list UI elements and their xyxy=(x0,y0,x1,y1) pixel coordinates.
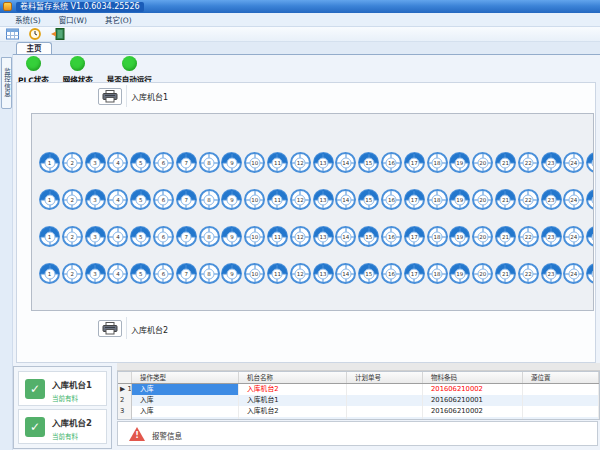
table-cell[interactable] xyxy=(132,417,239,420)
menu-system[interactable]: 系统(S) xyxy=(6,14,50,25)
slot-r2-25[interactable]: 25 xyxy=(586,189,594,210)
slot-r1-8[interactable]: 8 xyxy=(199,152,220,173)
table-cell[interactable]: 入库 xyxy=(132,395,239,406)
slot-r2-15[interactable]: 15 xyxy=(358,189,379,210)
slot-r3-6[interactable]: 6 xyxy=(153,226,174,247)
slot-r2-4[interactable]: 4 xyxy=(107,189,128,210)
table-cell[interactable]: 入库机台2 xyxy=(239,384,347,395)
slot-r4-9[interactable]: 9 xyxy=(221,263,242,284)
slot-r2-8[interactable]: 8 xyxy=(199,189,220,210)
table-cell[interactable] xyxy=(523,384,599,395)
column-header-1[interactable]: 操作类型 xyxy=(132,372,239,383)
table-cell[interactable] xyxy=(347,417,423,420)
slot-r1-14[interactable]: 14 xyxy=(335,152,356,173)
slot-r4-1[interactable]: 1 xyxy=(39,263,60,284)
slot-r3-8[interactable]: 8 xyxy=(199,226,220,247)
slot-r3-23[interactable]: 23 xyxy=(541,226,562,247)
slot-r4-19[interactable]: 19 xyxy=(449,263,470,284)
slot-r4-25[interactable]: 25 xyxy=(586,263,594,284)
slot-r1-10[interactable]: 10 xyxy=(244,152,265,173)
table-cell[interactable] xyxy=(347,384,423,395)
slot-r3-7[interactable]: 7 xyxy=(176,226,197,247)
machine-card-2[interactable]: ✓入库机台2当前有料 xyxy=(18,409,107,444)
table-cell[interactable] xyxy=(347,406,423,417)
slot-r1-9[interactable]: 9 xyxy=(221,152,242,173)
menu-window[interactable]: 窗口(W) xyxy=(50,14,96,25)
column-header-5[interactable]: 源位置 xyxy=(523,372,599,383)
slot-r4-6[interactable]: 6 xyxy=(153,263,174,284)
slot-r1-15[interactable]: 15 xyxy=(358,152,379,173)
slot-r3-4[interactable]: 4 xyxy=(107,226,128,247)
slot-r2-6[interactable]: 6 xyxy=(153,189,174,210)
slot-r2-5[interactable]: 5 xyxy=(130,189,151,210)
slot-r1-19[interactable]: 19 xyxy=(449,152,470,173)
slot-r1-20[interactable]: 20 xyxy=(472,152,493,173)
table-cell[interactable] xyxy=(239,417,347,420)
slot-r3-17[interactable]: 17 xyxy=(404,226,425,247)
table-cell[interactable] xyxy=(347,395,423,406)
slot-r2-20[interactable]: 20 xyxy=(472,189,493,210)
table-cell[interactable]: 201606210002 xyxy=(423,384,523,395)
slot-r4-3[interactable]: 3 xyxy=(85,263,106,284)
slot-r2-12[interactable]: 12 xyxy=(290,189,311,210)
column-header-4[interactable]: 物料条码 xyxy=(423,372,523,383)
slot-r3-11[interactable]: 11 xyxy=(267,226,288,247)
menu-other[interactable]: 其它(O) xyxy=(96,14,141,25)
exit-icon[interactable] xyxy=(50,28,66,41)
clock-icon[interactable] xyxy=(27,28,43,41)
side-tab-monitor[interactable]: 监控信息 xyxy=(1,57,12,109)
slot-r4-22[interactable]: 22 xyxy=(518,263,539,284)
column-header-0[interactable] xyxy=(118,372,132,383)
slot-r2-9[interactable]: 9 xyxy=(221,189,242,210)
slot-r3-16[interactable]: 16 xyxy=(381,226,402,247)
table-cell[interactable] xyxy=(523,417,599,420)
slot-r4-14[interactable]: 14 xyxy=(335,263,356,284)
slot-r4-16[interactable]: 16 xyxy=(381,263,402,284)
slot-r3-25[interactable]: 25 xyxy=(586,226,594,247)
slot-r1-1[interactable]: 1 xyxy=(39,152,60,173)
table-cell[interactable]: 201606210002 xyxy=(423,406,523,417)
slot-r2-13[interactable]: 13 xyxy=(313,189,334,210)
slot-r2-1[interactable]: 1 xyxy=(39,189,60,210)
slot-r1-21[interactable]: 21 xyxy=(495,152,516,173)
table-cell[interactable] xyxy=(423,417,523,420)
slot-r2-22[interactable]: 22 xyxy=(518,189,539,210)
slot-r4-15[interactable]: 15 xyxy=(358,263,379,284)
table-cell[interactable]: 4 xyxy=(118,417,132,420)
calendar-icon[interactable] xyxy=(4,28,20,41)
slot-r4-13[interactable]: 13 xyxy=(313,263,334,284)
slot-r2-7[interactable]: 7 xyxy=(176,189,197,210)
slot-r3-12[interactable]: 12 xyxy=(290,226,311,247)
slot-r3-10[interactable]: 10 xyxy=(244,226,265,247)
slot-r1-24[interactable]: 24 xyxy=(563,152,584,173)
slot-r2-16[interactable]: 16 xyxy=(381,189,402,210)
slot-r4-11[interactable]: 11 xyxy=(267,263,288,284)
table-cell[interactable] xyxy=(523,406,599,417)
table-row-3[interactable]: 3入库入库机台2201606210002 xyxy=(118,406,599,417)
slot-r4-21[interactable]: 21 xyxy=(495,263,516,284)
slot-r2-24[interactable]: 24 xyxy=(563,189,584,210)
slot-r4-18[interactable]: 18 xyxy=(427,263,448,284)
slot-r1-3[interactable]: 3 xyxy=(85,152,106,173)
slot-r2-18[interactable]: 18 xyxy=(427,189,448,210)
table-row-4[interactable]: 4 xyxy=(118,417,599,420)
slot-r1-25[interactable]: 25 xyxy=(586,152,594,173)
table-cell[interactable]: 201606210001 xyxy=(423,395,523,406)
slot-r1-6[interactable]: 6 xyxy=(153,152,174,173)
slot-r4-8[interactable]: 8 xyxy=(199,263,220,284)
table-row-1[interactable]: ▶ 1入库入库机台2201606210002 xyxy=(118,384,599,395)
column-header-3[interactable]: 计划单号 xyxy=(347,372,423,383)
table-cell[interactable]: 入库机台1 xyxy=(239,395,347,406)
slot-r3-18[interactable]: 18 xyxy=(427,226,448,247)
table-cell[interactable]: 入库机台2 xyxy=(239,406,347,417)
slot-r2-23[interactable]: 23 xyxy=(541,189,562,210)
slot-r4-10[interactable]: 10 xyxy=(244,263,265,284)
slot-r3-5[interactable]: 5 xyxy=(130,226,151,247)
slot-r3-3[interactable]: 3 xyxy=(85,226,106,247)
slot-r1-17[interactable]: 17 xyxy=(404,152,425,173)
machine1-print-button[interactable] xyxy=(98,88,122,105)
slot-r2-11[interactable]: 11 xyxy=(267,189,288,210)
slot-r4-20[interactable]: 20 xyxy=(472,263,493,284)
slot-r2-3[interactable]: 3 xyxy=(85,189,106,210)
slot-r4-23[interactable]: 23 xyxy=(541,263,562,284)
